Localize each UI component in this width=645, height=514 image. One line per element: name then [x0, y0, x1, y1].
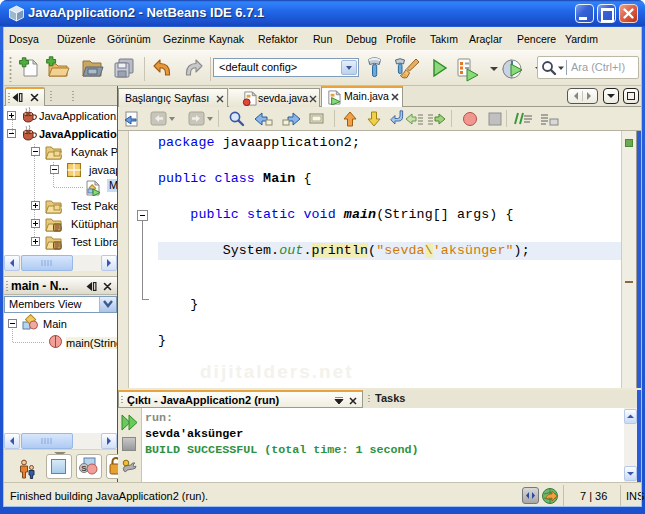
svg-text:S: S [81, 464, 87, 473]
